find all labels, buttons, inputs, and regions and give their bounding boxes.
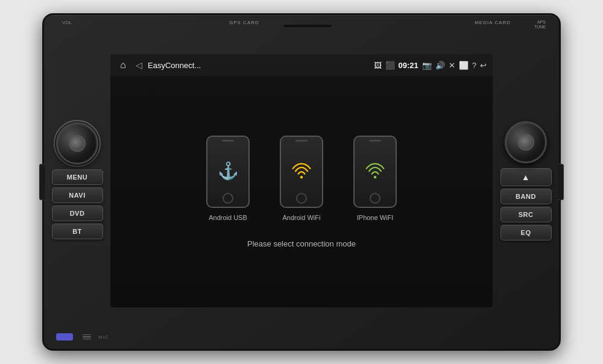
status-time: 09:21 <box>399 61 418 70</box>
android-wifi-icon <box>291 161 312 183</box>
connection-prompt: Please select connection mode <box>247 239 356 248</box>
vol-label: VOL <box>62 20 72 25</box>
bracket-left <box>39 164 45 200</box>
card-slot <box>283 25 332 27</box>
close-icon[interactable]: ✕ <box>449 61 455 70</box>
notification-icon: ⬛ <box>385 61 395 70</box>
menu-lines <box>83 334 91 340</box>
usb-icon: ⚓ <box>217 161 239 183</box>
screen-content: ⚓ Android USB <box>110 76 493 307</box>
mic-indicator <box>56 333 73 340</box>
android-wifi-label: Android WiFi <box>283 214 321 221</box>
android-wifi-option[interactable]: Android WiFi <box>280 136 323 221</box>
android-usb-option[interactable]: ⚓ Android USB <box>206 136 250 221</box>
iphone-wifi-option[interactable]: IPhone WiFI <box>353 136 397 221</box>
menu-line-3 <box>83 339 91 340</box>
help-icon[interactable]: ? <box>472 61 476 70</box>
connection-options: ⚓ Android USB <box>206 136 397 221</box>
right-panel: ▲ BAND SRC EQ <box>499 121 553 240</box>
aps-tune-label: APS TUNE <box>534 20 546 30</box>
menu-button[interactable]: MENU <box>52 169 103 185</box>
mic-label: MIC <box>98 334 109 340</box>
media-card-label: MEDIA CARD <box>475 20 511 25</box>
status-bar: ⌂ ◁ EasyConnect... 🖼 ⬛ 09:21 📷 🔊 ✕ ⬜ ? ↩ <box>110 54 493 76</box>
src-button[interactable]: SRC <box>500 207 552 222</box>
car-unit: VOL GPS CARD MEDIA CARD APS TUNE MENU NA… <box>42 13 561 351</box>
status-icons: 🖼 ⬛ <box>374 61 395 70</box>
camera-icon[interactable]: 📷 <box>422 61 432 70</box>
eq-button[interactable]: EQ <box>500 225 552 240</box>
bt-button[interactable]: BT <box>52 224 103 239</box>
bottom-bar: MIC <box>44 325 559 349</box>
volume-icon[interactable]: 🔊 <box>435 61 445 70</box>
top-bar: VOL GPS CARD MEDIA CARD APS TUNE <box>44 15 559 37</box>
gps-card-label: GPS CARD <box>229 20 259 25</box>
return-icon[interactable]: ↩ <box>480 61 487 70</box>
status-right-icons: 📷 🔊 ✕ ⬜ ? ↩ <box>422 61 487 70</box>
navi-button[interactable]: NAVI <box>52 187 103 203</box>
iphone-wifi-label: IPhone WiFI <box>357 214 394 221</box>
left-knob-container <box>56 122 98 165</box>
image-icon: 🖼 <box>374 61 382 70</box>
dvd-button[interactable]: DVD <box>52 206 103 221</box>
screen-icon[interactable]: ⬜ <box>459 61 469 70</box>
band-button[interactable]: BAND <box>500 189 552 204</box>
left-panel: MENU NAVI DVD BT <box>50 122 104 239</box>
menu-line-2 <box>83 336 91 337</box>
app-name: EasyConnect... <box>148 61 370 70</box>
iphone-wifi-icon <box>364 161 386 183</box>
menu-line-1 <box>83 334 91 336</box>
right-buttons: ▲ BAND SRC EQ <box>500 168 552 240</box>
back-icon[interactable]: ◁ <box>133 60 144 71</box>
svg-text:⚓: ⚓ <box>218 161 239 181</box>
left-buttons: MENU NAVI DVD BT <box>52 169 103 239</box>
svg-point-2 <box>374 175 377 178</box>
android-wifi-phone <box>280 136 323 208</box>
right-knob[interactable] <box>505 121 547 163</box>
iphone-wifi-phone <box>353 136 397 208</box>
android-usb-label: Android USB <box>209 214 247 221</box>
home-icon[interactable]: ⌂ <box>116 58 130 72</box>
android-usb-phone: ⚓ <box>206 136 250 208</box>
eject-button[interactable]: ▲ <box>500 168 552 186</box>
main-row: MENU NAVI DVD BT ⌂ ◁ EasyConnect... 🖼 ⬛ … <box>44 37 559 325</box>
svg-point-1 <box>300 175 303 178</box>
left-knob[interactable] <box>56 122 98 165</box>
bracket-right <box>558 164 564 200</box>
screen-area: ⌂ ◁ EasyConnect... 🖼 ⬛ 09:21 📷 🔊 ✕ ⬜ ? ↩ <box>110 54 493 307</box>
